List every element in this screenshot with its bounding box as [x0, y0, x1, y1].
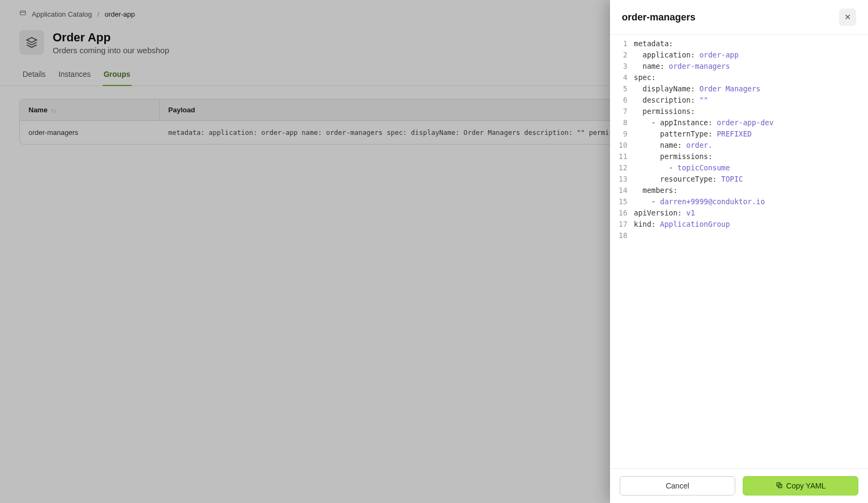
line-gutter: 123456789101112131415161718 [610, 38, 634, 468]
yaml-viewer[interactable]: 123456789101112131415161718 metadata: ap… [610, 35, 868, 468]
cancel-button[interactable]: Cancel [620, 476, 735, 495]
close-button[interactable]: ✕ [839, 9, 856, 26]
side-panel: order-managers ✕ 12345678910111213141516… [610, 0, 868, 503]
close-icon: ✕ [844, 12, 851, 22]
copy-yaml-button[interactable]: Copy YAML [743, 476, 858, 495]
copy-icon [776, 482, 783, 491]
panel-title: order-managers [622, 12, 695, 23]
code-lines: metadata: application: order-app name: o… [634, 38, 868, 468]
